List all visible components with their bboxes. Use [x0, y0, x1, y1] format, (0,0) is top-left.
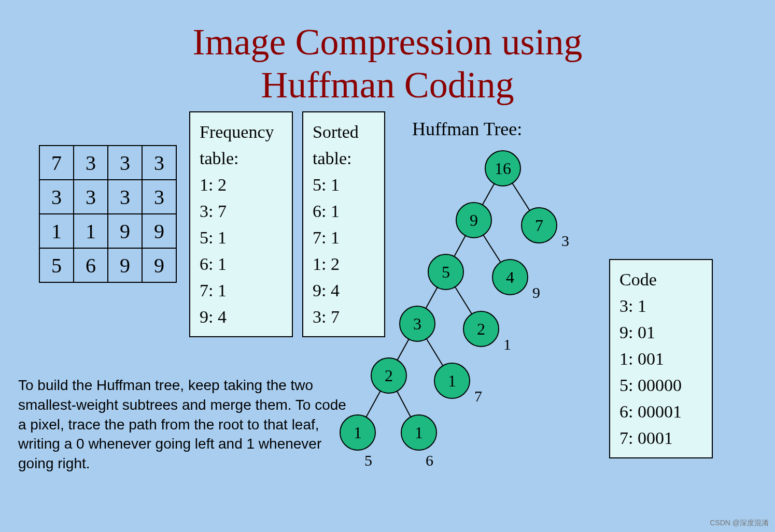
leaf-label: 9	[532, 284, 540, 301]
grid-cell: 9	[108, 214, 142, 248]
tree-node: 5	[428, 254, 464, 290]
frequency-entry: 1: 2	[200, 171, 283, 198]
frequency-entry: 9: 4	[200, 304, 283, 330]
frequency-table-panel: Frequency table: 1: 23: 75: 16: 17: 19: …	[189, 111, 293, 337]
tree-node: 2	[371, 357, 407, 394]
grid-cell: 3	[74, 180, 108, 214]
frequency-heading-1: Frequency	[200, 119, 283, 145]
code-entry: 3: 1	[619, 293, 702, 319]
code-table-panel: Code 3: 19: 011: 0015: 000006: 000017: 0…	[609, 259, 713, 458]
leaf-label: 5	[364, 452, 372, 469]
watermark: CSDN @深度混淆	[710, 519, 769, 528]
frequency-heading-2: table:	[200, 145, 283, 171]
grid-cell: 9	[108, 248, 142, 282]
tree-node: 1	[434, 363, 470, 399]
grid-cell: 9	[142, 248, 176, 282]
grid-cell: 3	[108, 180, 142, 214]
tree-node: 7	[521, 207, 557, 243]
tree-node: 4	[492, 259, 528, 295]
leaf-label: 1	[503, 336, 511, 353]
title-line-1: Image Compression using	[0, 21, 775, 64]
frequency-entry: 3: 7	[200, 198, 283, 224]
grid-cell: 3	[142, 180, 176, 214]
tree-node: 2	[463, 311, 499, 347]
grid-cell: 1	[74, 214, 108, 248]
leaf-label: 6	[426, 452, 433, 469]
grid-cell: 3	[108, 146, 142, 180]
grid-cell: 9	[142, 214, 176, 248]
tree-node: 3	[399, 306, 435, 342]
code-entry: 6: 00001	[619, 398, 702, 425]
grid-cell: 1	[39, 214, 74, 248]
frequency-entry: 5: 1	[200, 224, 283, 251]
grid-cell: 6	[74, 248, 108, 282]
leaf-label: 3	[561, 232, 569, 250]
tree-node: 1	[401, 414, 437, 451]
pixel-grid: 7333333311995699	[39, 145, 177, 283]
grid-cell: 3	[142, 146, 176, 180]
title-line-2: Huffman Coding	[0, 64, 775, 107]
tree-node: 16	[485, 150, 521, 186]
code-entry: 1: 001	[619, 346, 702, 372]
frequency-entry: 7: 1	[200, 277, 283, 304]
grid-cell: 3	[74, 146, 108, 180]
code-entry: 5: 00000	[619, 372, 702, 398]
instructions-text: To build the Huffman tree, keep taking t…	[18, 376, 350, 473]
page-title: Image Compression using Huffman Coding	[0, 0, 775, 107]
tree-node: 9	[456, 202, 492, 238]
code-entry: 7: 0001	[619, 425, 702, 451]
code-entry: 9: 01	[619, 319, 702, 346]
frequency-entry: 6: 1	[200, 251, 283, 277]
grid-cell: 5	[39, 248, 74, 282]
leaf-label: 7	[474, 387, 482, 405]
grid-cell: 7	[39, 146, 74, 180]
huffman-tree: 169735493212171516	[329, 140, 573, 523]
huffman-tree-label: Huffman Tree:	[412, 118, 522, 140]
code-heading: Code	[619, 266, 702, 293]
grid-cell: 3	[39, 180, 74, 214]
